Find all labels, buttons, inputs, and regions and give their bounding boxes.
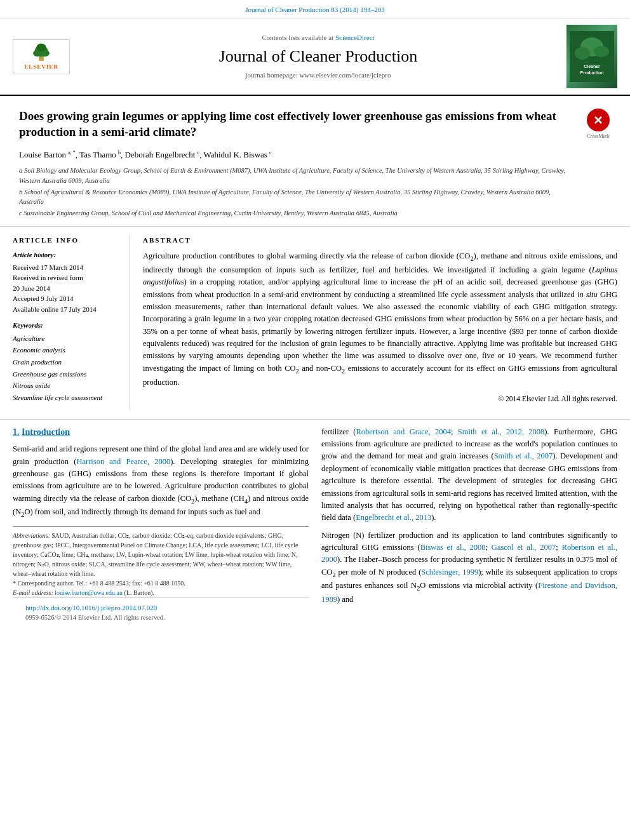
svg-point-8 [594,46,609,57]
svg-text:Production: Production [580,70,604,75]
elsevier-tree-icon [22,43,60,62]
article-history-group: Article history: Received 17 March 2014 … [13,250,121,314]
crossmark-badge [587,109,610,131]
cleaner-production-logo: Cleaner Production [566,25,617,88]
introduction-link[interactable]: Introduction [22,427,70,437]
available-online-date: Available online 17 July 2014 [13,304,121,315]
email-name: (L. Barton). [124,589,154,596]
article-info-column: ARTICLE INFO Article history: Received 1… [13,236,130,410]
elsevier-logo-container: ELSEVIER [13,39,70,74]
accepted-date: Accepted 9 July 2014 [13,293,121,304]
introduction-title-text: Introduction [22,427,70,437]
tel-text: Tel.: +61 8 488 2543; fax: +61 8 488 105… [76,580,185,587]
footnote-section: Abbreviations: $AUD, Australian dollar; … [13,526,309,597]
received-revised-date: 20 June 2014 [13,283,121,294]
keyword-3: Grain production [13,356,121,368]
header-center: Contents lists available at ScienceDirec… [77,33,559,81]
received-date: Received 17 March 2014 [13,262,121,273]
affiliations: a Soil Biology and Molecular Ecology Gro… [19,166,573,218]
smith-2007-link[interactable]: Smith et al., 2007 [494,451,553,460]
crossmark-text: CrossMark [587,133,610,140]
keyword-4: Greenhouse gas emissions [13,368,121,380]
abstract-heading: ABSTRACT [143,236,617,245]
article-main-title: Does growing grain legumes or applying l… [19,109,573,140]
abstract-paragraph: Agriculture production contributes to gl… [143,250,617,389]
keywords-list: Agriculture Economic analysis Grain prod… [13,333,121,404]
svg-text:Cleaner: Cleaner [584,64,600,69]
keywords-label: Keywords: [13,321,121,330]
affiliation-a: a Soil Biology and Molecular Ecology Gro… [19,166,573,186]
keyword-6: Streamline life cycle assessment [13,392,121,404]
robertson-grace-link[interactable]: Robertson and Grace, 2004 [356,427,451,436]
intro-right-para-1: fertilizer (Robertson and Grace, 2004; S… [321,426,617,524]
engelbrecht-2013-link[interactable]: Engelbrecht et al., 2013 [356,513,431,522]
harrison-pearce-link[interactable]: Harrison and Pearce, 2000 [76,457,170,466]
svg-point-7 [575,47,590,60]
introduction-right-text: fertilizer (Robertson and Grace, 2004; S… [321,426,617,606]
keyword-2: Economic analysis [13,344,121,356]
gascol-2007-link[interactable]: Gascol et al., 2007 [492,543,556,552]
header-section: ELSEVIER Contents lists available at Sci… [0,18,630,96]
schlesinger-1999-link[interactable]: Schlesinger, 1999 [421,568,478,577]
cleaner-prod-image: Cleaner Production [570,31,614,82]
cleaner-production-logo-container: Cleaner Production [566,25,617,88]
section-number: 1. [13,427,20,437]
abbreviations-para: Abbreviations: $AUD, Australian dollar; … [13,531,309,578]
svg-rect-0 [39,57,44,60]
sciencedirect-link[interactable]: ScienceDirect [335,34,375,41]
biswas-2008-link[interactable]: Biswas et al., 2008 [420,543,486,552]
doi-section: http://dx.doi.org/10.1016/j.jclepro.2014… [13,597,309,627]
crossmark-container: CrossMark [586,109,611,140]
keyword-1: Agriculture [13,333,121,345]
contents-link: Contents lists available at ScienceDirec… [77,33,559,43]
keyword-5: Nitrous oxide [13,380,121,392]
doi-link[interactable]: http://dx.doi.org/10.1016/j.jclepro.2014… [25,604,157,611]
article-history-label: Article history: [13,250,121,260]
affiliation-b: b School of Agricultural & Resource Econ… [19,187,573,208]
copyright-line: © 2014 Elsevier Ltd. All rights reserved… [143,394,617,404]
journal-citation: Journal of Cleaner Production 83 (2014) … [245,6,384,13]
abstract-column: ABSTRACT Agriculture production contribu… [143,236,617,410]
smith-2012-link[interactable]: Smith et al., 2012, 2008 [458,427,545,436]
abstract-text: Agriculture production contributes to gl… [143,250,617,389]
journal-top-bar: Journal of Cleaner Production 83 (2014) … [0,0,630,18]
crossmark-icon [591,112,606,128]
email-para: E-mail address: louise.barton@uwa.edu.au… [13,588,309,597]
email-link[interactable]: louise.barton@uwa.edu.au [55,589,123,596]
body-left-column: 1. Introduction Semi-arid and arid regio… [13,426,309,627]
svg-point-4 [36,43,46,51]
keywords-group: Keywords: Agriculture Economic analysis … [13,321,121,404]
journal-title: Journal of Cleaner Production [77,45,559,68]
intro-left-para: Semi-arid and arid regions represent one… [13,443,309,520]
corresponding-star: * Corresponding author. [13,580,74,587]
article-authors: Louise Barton a, *, Tas Thamo b, Deborah… [19,149,573,161]
introduction-title: 1. Introduction [13,426,309,439]
affiliation-c: c Sustainable Engineering Group, School … [19,208,573,218]
received-revised-label: Received in revised form [13,272,121,283]
issn-line: 0959-6526/© 2014 Elsevier Ltd. All right… [25,613,296,623]
journal-homepage: journal homepage: www.elsevier.com/locat… [77,70,559,80]
article-title-text: Does growing grain legumes or applying l… [19,109,573,220]
corresponding-author-para: * Corresponding author. Tel.: +61 8 488 … [13,578,309,588]
article-info-abstract-section: ARTICLE INFO Article history: Received 1… [0,227,630,420]
elsevier-text: ELSEVIER [24,63,58,71]
article-info-heading: ARTICLE INFO [13,236,121,245]
elsevier-logo: ELSEVIER [13,39,70,74]
intro-right-para-2: Nitrogen (N) fertilizer production and i… [321,530,617,606]
abbreviations-text: $AUD, Australian dollar; CO₂, carbon dio… [13,532,298,577]
body-section: 1. Introduction Semi-arid and arid regio… [0,420,630,633]
firestone-davidson-link[interactable]: Firestone and Davidson, 1989 [321,581,617,604]
body-right-column: fertilizer (Robertson and Grace, 2004; S… [321,426,617,627]
article-title-section: Does growing grain legumes or applying l… [0,96,630,227]
introduction-left-text: Semi-arid and arid regions represent one… [13,443,309,520]
abbreviations-label: Abbreviations: [13,532,50,539]
email-label: E-mail address: [13,589,53,596]
